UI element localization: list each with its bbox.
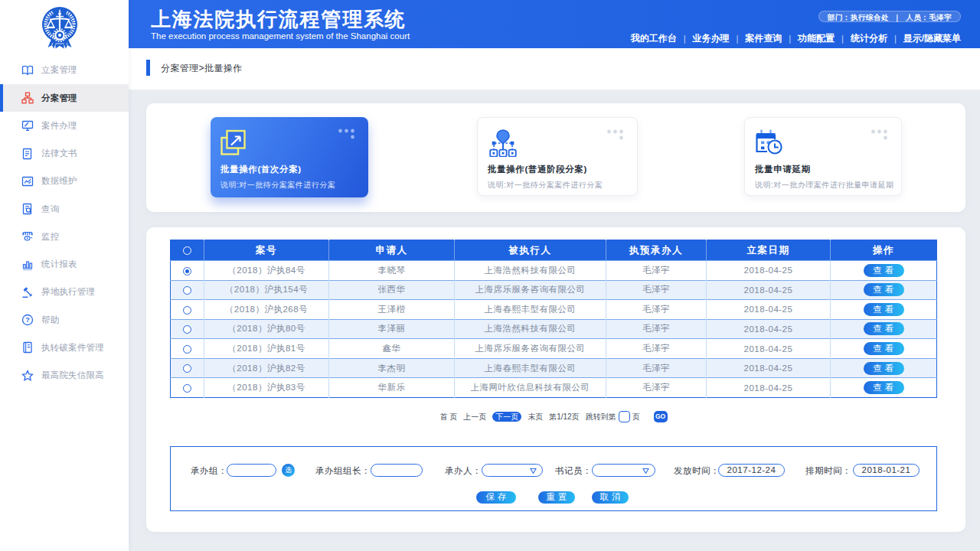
svg-text:?: ? [25,316,30,324]
